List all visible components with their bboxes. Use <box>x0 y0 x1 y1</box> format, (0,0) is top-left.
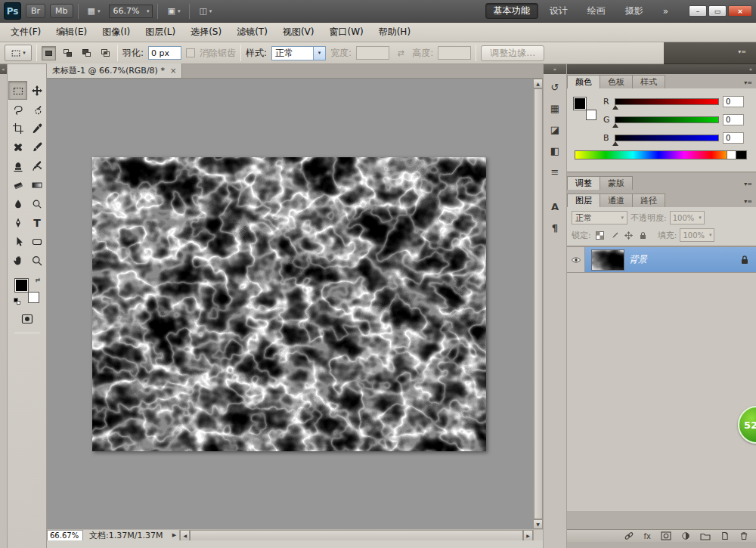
delete-layer-icon[interactable] <box>739 531 748 540</box>
navigator-panel-icon[interactable]: ▦ <box>546 100 564 116</box>
tab-paths[interactable]: 路径 <box>633 194 665 207</box>
red-slider[interactable] <box>615 98 719 105</box>
menu-filter[interactable]: 滤镜(T) <box>229 23 275 42</box>
style-dropdown[interactable]: 正常 ▾ <box>271 46 326 60</box>
slider-thumb[interactable] <box>612 105 618 110</box>
foreground-color-swatch[interactable] <box>15 279 28 292</box>
blue-value-input[interactable]: 0 <box>723 132 744 144</box>
lock-transparency-icon[interactable] <box>594 230 606 241</box>
panel-menu-icon[interactable]: ▾≡ <box>744 181 756 190</box>
spot-healing-brush-tool[interactable] <box>8 138 27 156</box>
scroll-right-icon[interactable]: ▶ <box>523 530 533 541</box>
lock-all-icon[interactable] <box>637 230 649 241</box>
launch-bridge-button[interactable]: Br <box>26 4 45 18</box>
screen-mode-button[interactable]: ◫ ▾ <box>194 4 216 18</box>
lasso-tool[interactable] <box>8 100 27 119</box>
info-panel-icon[interactable]: ≡ <box>546 163 564 180</box>
menu-window[interactable]: 窗口(W) <box>321 23 370 42</box>
quick-selection-tool[interactable] <box>27 100 46 119</box>
vertical-scroll-thumb[interactable] <box>534 88 543 519</box>
dodge-tool[interactable] <box>27 194 46 213</box>
color-spectrum-ramp[interactable] <box>575 150 747 159</box>
menu-image[interactable]: 图像(I) <box>94 23 138 42</box>
vertical-scrollbar[interactable]: ▲ ▼ <box>533 79 543 529</box>
layer-name[interactable]: 背景 <box>629 247 740 272</box>
menu-select[interactable]: 选择(S) <box>183 23 229 42</box>
green-slider[interactable] <box>615 116 719 123</box>
gradient-tool[interactable] <box>27 175 46 194</box>
expand-panels-button[interactable]: » <box>544 64 566 74</box>
background-layer-row[interactable]: 背景 <box>567 247 756 273</box>
green-value-input[interactable]: 0 <box>723 114 744 125</box>
workspace-design-button[interactable]: 设计 <box>541 3 576 19</box>
menu-file[interactable]: 文件(F) <box>3 23 48 42</box>
link-layers-icon[interactable] <box>624 531 634 540</box>
close-button[interactable]: × <box>728 5 752 17</box>
move-tool[interactable] <box>27 81 46 100</box>
blue-slider[interactable] <box>615 135 719 141</box>
tab-adjustments[interactable]: 调整 <box>567 176 600 190</box>
eraser-tool[interactable] <box>8 175 27 194</box>
white-swatch[interactable] <box>727 151 736 159</box>
tab-styles[interactable]: 样式 <box>633 75 665 88</box>
close-tab-icon[interactable]: × <box>170 67 176 75</box>
document-tab[interactable]: 未标题-1 @ 66.7%(RGB/8) * × <box>47 63 182 78</box>
tab-swatches[interactable]: 色板 <box>600 75 633 88</box>
blend-mode-dropdown[interactable]: 正常 ▾ <box>572 211 627 224</box>
background-color-swatch[interactable] <box>586 110 596 120</box>
scroll-down-icon[interactable]: ▼ <box>533 519 543 529</box>
type-tool[interactable]: T <box>27 213 46 232</box>
menu-edit[interactable]: 编辑(E) <box>48 23 94 42</box>
history-brush-tool[interactable] <box>27 156 46 175</box>
slider-thumb[interactable] <box>612 141 618 146</box>
status-zoom-input[interactable]: 66.67% <box>47 530 83 541</box>
new-selection-mode-button[interactable] <box>42 46 56 60</box>
red-value-input[interactable]: 0 <box>723 96 744 107</box>
spectrum-gradient[interactable] <box>575 151 727 159</box>
horizontal-scroll-thumb[interactable] <box>190 530 523 541</box>
canvas-image[interactable] <box>92 157 486 451</box>
feather-input[interactable]: 0 px <box>148 46 181 60</box>
tab-channels[interactable]: 通道 <box>600 194 633 207</box>
default-colors-icon[interactable] <box>14 298 20 305</box>
eyedropper-tool[interactable] <box>27 119 46 138</box>
scroll-up-icon[interactable]: ▲ <box>533 79 543 88</box>
anti-alias-checkbox[interactable] <box>186 48 195 57</box>
status-options-button[interactable]: ▶ <box>169 530 179 541</box>
new-layer-icon[interactable] <box>720 531 730 540</box>
crop-tool[interactable] <box>8 119 27 138</box>
menu-layer[interactable]: 图层(L) <box>138 23 183 42</box>
pen-tool[interactable] <box>8 213 27 232</box>
minimize-button[interactable]: – <box>689 5 707 17</box>
panel-menu-icon[interactable]: ▾≡ <box>744 198 756 207</box>
panel-menu-icon[interactable]: ▾≡ <box>744 79 756 88</box>
tool-preset-picker[interactable]: ▾ <box>5 45 32 61</box>
dock-menu-icon[interactable]: ▾≡ <box>738 48 750 57</box>
tab-layers[interactable]: 图层 <box>567 194 600 207</box>
layer-visibility-toggle[interactable] <box>567 247 585 272</box>
layer-style-button[interactable]: fx <box>644 532 651 540</box>
collapse-toolbar-button[interactable]: « <box>0 64 7 74</box>
launch-mini-bridge-button[interactable]: Mb <box>50 4 73 18</box>
workspace-painting-button[interactable]: 绘画 <box>579 3 614 19</box>
menu-help[interactable]: 帮助(H) <box>371 23 418 42</box>
masks-panel-icon[interactable]: ◪ <box>546 121 564 138</box>
black-swatch[interactable] <box>736 151 746 159</box>
tab-masks[interactable]: 蒙版 <box>600 176 633 190</box>
path-selection-tool[interactable] <box>8 232 27 251</box>
history-panel-icon[interactable]: ↺ <box>546 79 564 95</box>
add-to-selection-mode-button[interactable] <box>60 46 75 60</box>
background-color-swatch[interactable] <box>28 292 39 303</box>
scroll-left-icon[interactable]: ◀ <box>180 530 190 541</box>
layer-thumbnail[interactable] <box>591 249 624 271</box>
brush-tool[interactable] <box>27 138 46 156</box>
clone-stamp-tool[interactable] <box>8 156 27 175</box>
lock-position-icon[interactable] <box>623 230 634 241</box>
view-extras-button[interactable]: ▦ ▾ <box>83 4 105 18</box>
intersect-selection-mode-button[interactable] <box>98 46 113 60</box>
foreground-color-swatch[interactable] <box>574 98 586 110</box>
horizontal-scrollbar[interactable]: ◀ ▶ <box>179 530 533 541</box>
adjustment-layer-icon[interactable] <box>681 531 690 540</box>
lock-pixels-icon[interactable] <box>609 230 620 241</box>
rectangular-marquee-tool[interactable] <box>8 81 27 100</box>
